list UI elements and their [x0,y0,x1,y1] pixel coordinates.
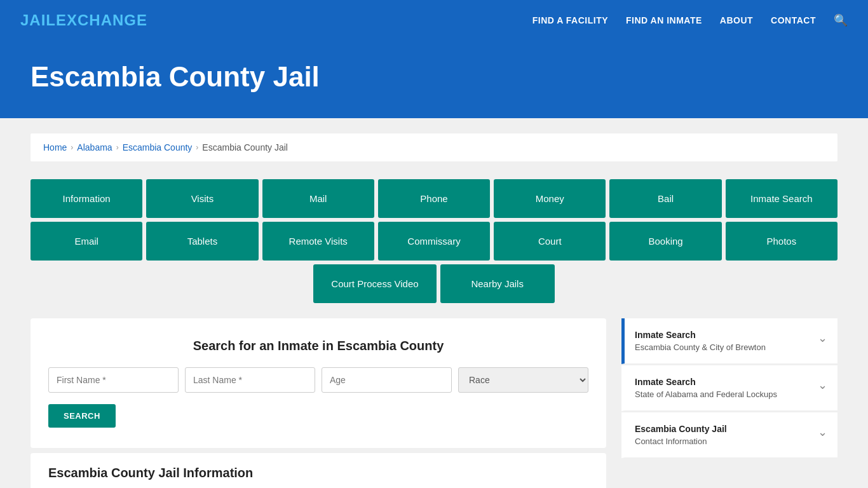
btn-mail[interactable]: Mail [262,179,374,218]
race-select[interactable]: Race White Black Hispanic Asian Other [458,367,588,393]
search-form-title: Search for an Inmate in Escambia County [48,339,588,353]
chevron-down-icon-3: ⌄ [818,425,827,439]
nav-grid-row1: Information Visits Mail Phone Money Bail… [31,179,837,218]
sidebar-item-subtitle-2: State of Alabama and Federal Lockups [635,390,777,399]
breadcrumb: Home › Alabama › Escambia County › Escam… [31,133,837,161]
about-link[interactable]: ABOUT [720,15,753,25]
sidebar-item-escambia[interactable]: Inmate Search Escambia County & City of … [621,318,837,364]
last-name-input[interactable] [185,367,315,393]
page-title: Escambia County Jail [31,61,837,93]
navbar: JAILEXCHANGE FIND A FACILITY FIND AN INM… [0,0,868,41]
btn-booking[interactable]: Booking [609,222,721,261]
btn-inmate-search[interactable]: Inmate Search [726,179,837,218]
contact-link[interactable]: CONTACT [771,15,816,25]
breadcrumb-sep-1: › [71,143,73,152]
sidebar-item-subtitle-3: Contact Information [635,437,727,446]
sidebar-item-contact[interactable]: Escambia County Jail Contact Information… [621,412,837,458]
btn-bail[interactable]: Bail [609,179,721,218]
btn-phone[interactable]: Phone [378,179,490,218]
hero-section: Escambia County Jail [0,41,868,118]
age-input[interactable] [322,367,452,393]
breadcrumb-county[interactable]: Escambia County [123,142,193,152]
btn-court[interactable]: Court [494,222,606,261]
find-inmate-link[interactable]: FIND AN INMATE [626,15,702,25]
btn-remote-visits[interactable]: Remote Visits [262,222,374,261]
btn-nearby-jails[interactable]: Nearby Jails [440,264,555,303]
breadcrumb-state[interactable]: Alabama [77,142,112,152]
search-button[interactable]: SEARCH [48,404,116,428]
lower-section: Search for an Inmate in Escambia County … [31,318,837,488]
nav-links: FIND A FACILITY FIND AN INMATE ABOUT CON… [532,13,848,27]
sidebar-item-title-3: Escambia County Jail [635,424,727,434]
btn-email[interactable]: Email [31,222,142,261]
first-name-input[interactable] [48,367,179,393]
search-inputs-row: Race White Black Hispanic Asian Other [48,367,588,393]
nav-grid-row3: Court Process Video Nearby Jails [31,264,837,303]
sidebar: Inmate Search Escambia County & City of … [621,318,837,458]
site-logo[interactable]: JAILEXCHANGE [20,11,147,29]
btn-commissary[interactable]: Commissary [378,222,490,261]
btn-photos[interactable]: Photos [726,222,837,261]
btn-tablets[interactable]: Tablets [146,222,258,261]
find-facility-link[interactable]: FIND A FACILITY [532,15,608,25]
chevron-down-icon-1: ⌄ [818,331,827,345]
logo-jail: JAIL [20,11,56,29]
breadcrumb-current: Escambia County Jail [202,142,288,152]
btn-court-process-video[interactable]: Court Process Video [313,264,436,303]
sidebar-item-alabama[interactable]: Inmate Search State of Alabama and Feder… [621,365,837,411]
breadcrumb-sep-2: › [116,143,119,152]
sidebar-item-subtitle-1: Escambia County & City of Brewton [635,342,766,352]
info-section-heading: Escambia County Jail Information [31,453,606,488]
logo-exchange: EXCHANGE [56,11,147,29]
chevron-down-icon-2: ⌄ [818,378,827,392]
sidebar-item-title-2: Inmate Search [635,377,777,387]
nav-grid-row2: Email Tablets Remote Visits Commissary C… [31,222,837,261]
main-content: Home › Alabama › Escambia County › Escam… [0,118,868,488]
breadcrumb-home[interactable]: Home [43,142,67,152]
search-icon[interactable]: 🔍 [834,13,848,27]
btn-money[interactable]: Money [494,179,606,218]
search-form-box: Search for an Inmate in Escambia County … [31,318,606,448]
btn-information[interactable]: Information [31,179,142,218]
left-column: Search for an Inmate in Escambia County … [31,318,606,488]
btn-visits[interactable]: Visits [146,179,258,218]
breadcrumb-sep-3: › [196,143,198,152]
sidebar-item-title-1: Inmate Search [635,330,766,340]
